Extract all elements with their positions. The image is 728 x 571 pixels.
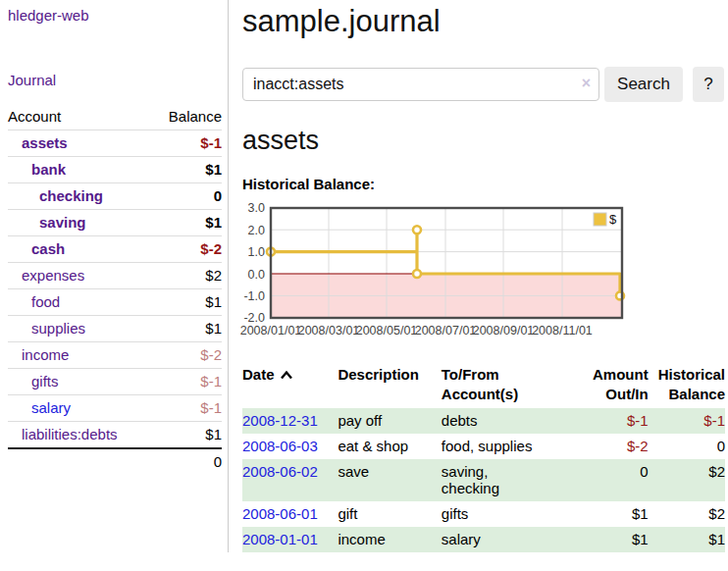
transaction-date-link[interactable]: 2008-12-31 <box>242 412 318 429</box>
accounts-col-account: Account <box>8 104 152 130</box>
svg-text:2008/05/01: 2008/05/01 <box>356 324 418 337</box>
account-row: income $-2 <box>8 342 222 369</box>
accounts-total-value: 0 <box>152 448 222 475</box>
account-link-assets[interactable]: assets <box>22 134 68 151</box>
svg-text:2008/11/01: 2008/11/01 <box>532 324 593 337</box>
chart-legend: $ <box>594 212 617 227</box>
svg-text:2008/09/01: 2008/09/01 <box>473 324 535 337</box>
account-balance: $2 <box>152 263 222 289</box>
register-row: 2008-06-02 save saving, checking 0 $2 <box>242 459 725 501</box>
chart-title: Historical Balance: <box>242 176 725 192</box>
transaction-amount: 0 <box>579 459 648 501</box>
search-input[interactable] <box>242 68 599 101</box>
transaction-description: gift <box>338 501 441 527</box>
transaction-date-link[interactable]: 2008-06-03 <box>242 438 318 454</box>
transaction-amount: $-1 <box>579 408 648 434</box>
transaction-description: eat & shop <box>338 434 441 459</box>
svg-text:2008/01/01: 2008/01/01 <box>240 324 302 337</box>
account-link-income[interactable]: income <box>22 346 69 363</box>
transaction-accounts: gifts <box>442 501 580 527</box>
account-balance: $1 <box>152 157 222 183</box>
account-balance: $-1 <box>152 369 222 395</box>
legend-label: $ <box>609 212 617 227</box>
account-link-saving[interactable]: saving <box>39 214 86 231</box>
y-axis-ticks: 3.0 2.0 1.0 0.0 -1.0 -2.0 <box>243 201 265 325</box>
register-col-accounts: To/From Account(s) <box>442 362 580 408</box>
accounts-total-row: 0 <box>8 448 222 475</box>
register-table: Date Description To/From Account(s) Amou… <box>242 362 725 552</box>
transaction-description: pay off <box>338 408 441 434</box>
transaction-balance: $1 <box>649 527 725 552</box>
transaction-date-link[interactable]: 2008-01-01 <box>242 531 318 547</box>
clear-search-icon[interactable]: × <box>582 75 591 92</box>
transaction-accounts: food, supplies <box>442 434 580 459</box>
transaction-description: income <box>338 527 441 552</box>
account-link-liabilities-debts[interactable]: liabilities:debts <box>22 426 118 442</box>
svg-text:-2.0: -2.0 <box>243 311 265 325</box>
register-row: 2008-06-03 eat & shop food, supplies $-2… <box>242 434 725 459</box>
account-balance: $-2 <box>152 236 222 263</box>
accounts-header-row: Account Balance <box>8 104 222 130</box>
transaction-amount: $1 <box>579 501 648 527</box>
transaction-date-link[interactable]: 2008-06-02 <box>242 463 318 480</box>
transaction-date-link[interactable]: 2008-06-01 <box>242 505 318 522</box>
account-heading: assets <box>242 126 725 156</box>
account-balance: $1 <box>152 289 222 316</box>
transaction-amount: $-2 <box>579 434 648 459</box>
register-col-date[interactable]: Date <box>242 362 338 408</box>
account-link-supplies[interactable]: supplies <box>31 320 85 337</box>
balance-chart-svg: $ 3.0 2.0 1.0 0.0 -1.0 -2.0 2008/01/01 2… <box>234 199 725 342</box>
account-row: expenses $2 <box>8 263 222 289</box>
register-row: 2008-12-31 pay off debts $-1 $-1 <box>242 408 725 434</box>
account-link-gifts[interactable]: gifts <box>31 373 59 389</box>
account-link-checking[interactable]: checking <box>39 187 103 204</box>
transaction-balance: $2 <box>649 501 725 527</box>
transaction-balance: $2 <box>649 459 725 501</box>
account-row: checking 0 <box>8 183 222 210</box>
main-content: sample.journal × Search ? assets Histori… <box>229 0 728 552</box>
register-row: 2008-06-01 gift gifts $1 $2 <box>242 501 725 527</box>
page: hledger-web Journal Account Balance asse… <box>0 0 728 552</box>
account-row: cash $-2 <box>8 236 222 263</box>
account-balance: $-2 <box>152 342 222 369</box>
svg-text:1.0: 1.0 <box>248 245 265 259</box>
account-row: gifts $-1 <box>8 369 222 395</box>
brand-link[interactable]: hledger-web <box>8 7 220 24</box>
transaction-amount: $1 <box>579 527 648 552</box>
account-balance: $1 <box>152 316 222 342</box>
account-row: assets $-1 <box>8 130 222 157</box>
accounts-col-balance: Balance <box>152 104 222 130</box>
page-title: sample.journal <box>242 4 725 39</box>
sort-ascending-icon <box>280 365 293 385</box>
balance-chart: $ 3.0 2.0 1.0 0.0 -1.0 -2.0 2008/01/01 2… <box>234 199 725 346</box>
accounts-table: Account Balance assets $-1 bank $1 check… <box>8 104 222 475</box>
transaction-balance: 0 <box>649 434 725 459</box>
account-link-salary[interactable]: salary <box>31 399 71 416</box>
register-row: 2008-01-01 income salary $1 $1 <box>242 527 725 552</box>
account-balance: 0 <box>152 183 222 210</box>
svg-text:3.0: 3.0 <box>248 201 265 215</box>
account-link-food[interactable]: food <box>31 293 60 310</box>
account-balance: $1 <box>152 422 222 449</box>
transaction-accounts: saving, checking <box>442 459 580 501</box>
account-row: food $1 <box>8 289 222 316</box>
svg-text:2.0: 2.0 <box>248 224 265 237</box>
svg-text:0.0: 0.0 <box>248 268 265 282</box>
account-link-cash[interactable]: cash <box>31 240 65 257</box>
account-balance: $-1 <box>152 130 222 157</box>
transaction-accounts: debts <box>442 408 580 434</box>
svg-text:2008/03/01: 2008/03/01 <box>298 324 360 337</box>
register-col-amount: Amount Out/In <box>579 362 648 408</box>
account-link-expenses[interactable]: expenses <box>22 267 84 284</box>
search-button[interactable]: Search <box>604 67 683 102</box>
account-link-bank[interactable]: bank <box>31 161 66 178</box>
account-row: bank $1 <box>8 157 222 183</box>
account-row: saving $1 <box>8 210 222 236</box>
help-button[interactable]: ? <box>693 67 724 102</box>
transaction-description: save <box>338 459 441 501</box>
register-header-row: Date Description To/From Account(s) Amou… <box>242 362 725 408</box>
sidebar-item-journal[interactable]: Journal <box>8 72 220 88</box>
search-bar: × Search ? <box>242 67 725 102</box>
account-row: liabilities:debts $1 <box>8 422 222 449</box>
account-row: supplies $1 <box>8 316 222 342</box>
